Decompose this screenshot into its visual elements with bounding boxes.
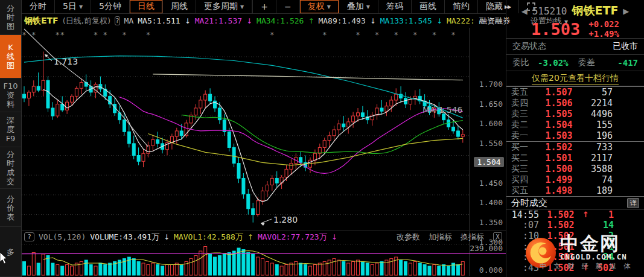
ma-value-label: MA89:1.493: [318, 16, 365, 25]
chevron-down-icon: ▼: [327, 4, 331, 10]
tape-time: :40: [511, 252, 539, 263]
svg-text:*: *: [123, 30, 127, 39]
next-symbol-icon[interactable]: ▶: [623, 7, 629, 16]
book-qty: 57: [581, 87, 639, 98]
period-tab-日线[interactable]: 日线: [130, 0, 163, 13]
kline-chart[interactable]: ****************1.7131.280MA-1.546: [22, 28, 506, 230]
svg-text:*: *: [60, 30, 65, 39]
volume-chart[interactable]: [22, 243, 506, 276]
tape-row[interactable]: :401.50124: [506, 252, 644, 263]
book-row-buy[interactable]: 买四1.49974: [506, 174, 644, 185]
tool-button-+[interactable]: +: [252, 0, 276, 13]
svg-text:*: *: [413, 30, 418, 39]
sidebar-item-f10-ziliao[interactable]: F10资料: [0, 78, 21, 112]
period-tab-5日[interactable]: 5日▼: [55, 0, 91, 13]
book-level-label: 卖二: [511, 119, 537, 130]
sidebar-item-shendu-f9[interactable]: 深度F9: [0, 112, 21, 147]
book-qty: 3588: [581, 164, 639, 174]
period-tab-分时[interactable]: 分时: [22, 0, 55, 13]
chart-main-area: 分时5日▼5分钟日线周线更多周期▼+−复权▼叠加▼筹码画线简约隐藏▶▶ 钢铁ET…: [22, 0, 506, 277]
tool-button-筹码[interactable]: 筹码: [378, 0, 411, 13]
tool-button-−[interactable]: −: [276, 0, 299, 13]
tool-button-简约[interactable]: 简约: [444, 0, 477, 13]
toolbar-right-group: +−复权▼叠加▼筹码画线简约隐藏▶▶: [252, 0, 543, 13]
price-axis-label: 1.700: [467, 80, 503, 89]
book-level-label: 买四: [511, 174, 537, 185]
sidebar-item-label: 分: [7, 4, 14, 13]
book-row-sell[interactable]: 卖三1.5054496: [506, 109, 644, 119]
book-row-sell[interactable]: 卖四1.5062214: [506, 98, 644, 109]
current-price-tag: 1.504: [474, 157, 504, 167]
tape-list: 14:551.502↑1:071.50214:101.5022:311.501↓…: [506, 209, 644, 273]
indicator-button[interactable]: 改参数: [397, 232, 420, 243]
level2-promo-link[interactable]: 仅需20元查看十档行情: [506, 71, 644, 86]
tab-label: 更多周期: [204, 1, 238, 12]
tape-row[interactable]: :431.502↑502: [506, 263, 644, 273]
tool-label: 筹码: [386, 1, 403, 12]
tool-label: 隐藏: [486, 1, 503, 12]
book-qty: 196: [581, 130, 639, 141]
book-row-sell[interactable]: 卖二1.504155: [506, 119, 644, 130]
ma-value-label: MA5:1.511: [138, 16, 180, 25]
tape-qty: 2: [590, 231, 639, 241]
price-axis-label: 1.650: [467, 100, 503, 109]
book-level-label: 卖一: [511, 130, 537, 141]
tape-header: 分时成交 详: [506, 196, 644, 209]
book-row-buy[interactable]: 买一1.502733: [506, 142, 644, 153]
book-row-sell[interactable]: 卖一1.503196: [506, 130, 644, 141]
prev-symbol-icon[interactable]: ◀: [521, 7, 528, 16]
svg-text:MA-1.546: MA-1.546: [422, 105, 463, 115]
trend-arrow-icon: ↑: [247, 233, 253, 241]
sidebar-item-label: 分: [7, 150, 14, 159]
book-row-buy[interactable]: 买二1.5012117: [506, 153, 644, 164]
svg-text:*: *: [432, 30, 436, 39]
tape-row[interactable]: 14:551.502↑1: [506, 209, 644, 220]
tape-row[interactable]: :071.50214: [506, 220, 644, 231]
book-row-buy[interactable]: 买三1.5003588: [506, 164, 644, 174]
mavol2-label: MAVOL2:77.723万: [258, 232, 327, 243]
sidebar-item-fenjiabiao[interactable]: 分价表: [0, 189, 21, 227]
tape-row[interactable]: :101.5022: [506, 231, 644, 241]
help-icon[interactable]: ?: [24, 232, 34, 241]
tape-qty: 502: [590, 263, 639, 273]
trend-arrow-icon: ↓: [370, 17, 376, 25]
tool-label: 叠加: [347, 1, 364, 12]
tape-detail-button[interactable]: 详: [627, 198, 639, 208]
sidebar-item-label: 图: [7, 22, 14, 31]
indicator-button[interactable]: 加指标: [429, 232, 452, 243]
book-row-buy[interactable]: 买五1.498189: [506, 185, 644, 196]
sidebar-item-label: 线: [7, 52, 14, 61]
svg-text:*: *: [270, 30, 275, 39]
trading-app-window: 分时图K线图F10资料深度F9分时成交分价表多 分时5日▼5分钟日线周线更多周期…: [0, 0, 644, 277]
tape-price: 1.501: [539, 252, 582, 263]
close-icon[interactable]: X: [493, 232, 502, 241]
tape-qty: 24: [590, 252, 639, 263]
mavol1-label: MAVOL1:42.588万: [174, 232, 243, 243]
sidebar-item-fenshi-chengjiao[interactable]: 分时成交: [0, 147, 21, 189]
period-tab-周线[interactable]: 周线: [163, 0, 196, 13]
vol-value-label: VOLUME:43.491万: [90, 232, 159, 243]
book-level-label: 买五: [511, 185, 537, 196]
book-level-label: 买二: [511, 153, 537, 164]
tool-button-叠加[interactable]: 叠加▼: [339, 0, 378, 13]
tool-button-画线[interactable]: 画线: [411, 0, 444, 13]
sidebar-item-kxiantu[interactable]: K线图: [0, 35, 21, 78]
last-price: 1.503: [531, 20, 580, 39]
tape-price: 1.502: [539, 263, 582, 273]
price-axis-label: 1.600: [467, 119, 503, 129]
tool-button-复权[interactable]: 复权▼: [299, 0, 339, 13]
tape-row[interactable]: :311.501↓1: [506, 241, 644, 252]
book-row-sell[interactable]: 卖五1.50757: [506, 87, 644, 98]
tape-qty: 14: [590, 220, 639, 231]
indicator-buttons: 改参数加指标换指标: [397, 232, 484, 243]
kline-header: 钢铁ETF (日线,前复权) ? MA MA5:1.511↓MA21:1.537…: [22, 14, 506, 28]
sidebar-item-fenshitu[interactable]: 分时图: [0, 0, 21, 35]
up-arrow-icon: ↑: [582, 263, 590, 272]
period-toolbar: 分时5日▼5分钟日线周线更多周期▼+−复权▼叠加▼筹码画线简约隐藏▶▶: [22, 0, 506, 14]
book-price: 1.498: [537, 185, 581, 196]
period-tab-更多周期[interactable]: 更多周期▼: [196, 0, 252, 13]
indicator-button[interactable]: 换指标: [461, 232, 484, 243]
help-icon[interactable]: ?: [115, 16, 120, 25]
period-tab-5分钟[interactable]: 5分钟: [91, 0, 130, 13]
chart-mode-label: (日线,前复权): [63, 16, 110, 27]
